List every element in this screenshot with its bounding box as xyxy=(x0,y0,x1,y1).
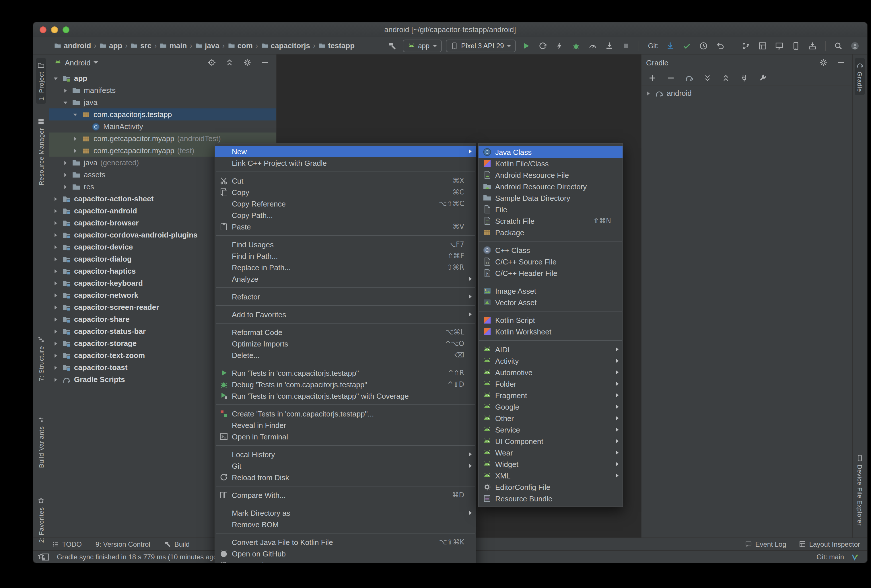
menu-item-paste[interactable]: Paste⌘V xyxy=(215,221,476,232)
update-project-icon[interactable] xyxy=(664,39,676,52)
tree-item-com-capacitorjs-testapp[interactable]: com.capacitorjs.testapp xyxy=(49,108,276,120)
new-menu-item-resource-bundle[interactable]: Resource Bundle xyxy=(479,493,623,504)
new-menu-item-c-class[interactable]: CC++ Class xyxy=(479,244,623,256)
menu-item-delete[interactable]: Delete...⌫ xyxy=(215,349,476,361)
breadcrumb-main[interactable]: main xyxy=(160,41,187,50)
new-menu-item-activity[interactable]: Activity xyxy=(479,355,623,367)
breadcrumb-java[interactable]: java xyxy=(195,41,220,50)
hide-panel-icon[interactable] xyxy=(259,56,271,69)
menu-item-refactor[interactable]: Refactor xyxy=(215,291,476,302)
new-menu-item-sample-data-directory[interactable]: Sample Data Directory xyxy=(479,192,623,203)
menu-item-run-tests-in-com-capacitorjs-testapp-with-covera[interactable]: Run 'Tests in 'com.capacitorjs.testapp''… xyxy=(215,390,476,402)
tree-item-java[interactable]: java xyxy=(49,96,276,108)
new-menu-item-kotlin-script[interactable]: Kotlin Script xyxy=(479,314,623,326)
wrench-icon[interactable] xyxy=(756,72,769,84)
menu-item-optimize-imports[interactable]: Optimize Imports^⌥O xyxy=(215,338,476,349)
menu-item-remove-bom[interactable]: Remove BOM xyxy=(215,519,476,530)
menu-item-reload-from-disk[interactable]: Reload from Disk xyxy=(215,471,476,483)
hide-panel-icon[interactable] xyxy=(835,56,847,69)
avatar-icon[interactable] xyxy=(849,39,861,52)
new-menu-item-java-class[interactable]: CJava Class xyxy=(479,146,623,158)
new-menu-item-package[interactable]: Package xyxy=(479,227,623,238)
tool-window-tab-gradle[interactable]: Gradle xyxy=(855,58,865,96)
commit-icon[interactable] xyxy=(681,39,693,52)
tree-item-mainactivity[interactable]: CMainActivity xyxy=(49,120,276,133)
collapse-all-icon[interactable] xyxy=(720,72,732,84)
menu-item-analyze[interactable]: Analyze xyxy=(215,273,476,284)
expand-all-icon[interactable] xyxy=(701,72,714,84)
new-menu-item-google[interactable]: Google xyxy=(479,401,623,413)
new-menu-item-service[interactable]: Service xyxy=(479,424,623,435)
new-menu-item-c-c-header-file[interactable]: hC/C++ Header File xyxy=(479,267,623,279)
new-menu-item-folder[interactable]: Folder xyxy=(479,378,623,389)
bottom-tab-layout-inspector[interactable]: Layout Inspector xyxy=(799,540,860,548)
project-view-selector[interactable]: Android xyxy=(65,58,91,67)
zoom-window-button[interactable] xyxy=(63,26,69,33)
run-config-selector[interactable]: app xyxy=(403,39,441,52)
breadcrumb-app[interactable]: app xyxy=(99,41,122,50)
menu-item-find-in-path[interactable]: Find in Path...⇧⌘F xyxy=(215,250,476,262)
menu-item-cut[interactable]: Cut⌘X xyxy=(215,175,476,186)
gear-icon[interactable] xyxy=(241,56,254,69)
profiler-icon[interactable] xyxy=(587,39,599,52)
favorites-star[interactable] xyxy=(37,552,45,562)
menu-item-create-gist[interactable]: Create Gist... xyxy=(215,559,476,563)
minus-icon[interactable] xyxy=(664,72,677,84)
menu-item-new[interactable]: New xyxy=(215,146,476,157)
rerun-icon[interactable] xyxy=(537,39,549,52)
gear-icon[interactable] xyxy=(817,56,830,69)
titlebar[interactable]: android [~/git/capacitor-testapp/android… xyxy=(33,22,867,37)
new-menu-item-wear[interactable]: Wear xyxy=(479,447,623,458)
breadcrumb-testapp[interactable]: testapp xyxy=(319,41,355,50)
close-window-button[interactable] xyxy=(40,26,46,33)
tool-window-tab-7-structure[interactable]: 7: Structure xyxy=(36,332,46,385)
tool-window-tab-2-favorites[interactable]: 2: Favorites xyxy=(36,493,46,546)
new-menu-item-xml[interactable]: XML xyxy=(479,470,623,481)
gradle-sync-icon[interactable] xyxy=(683,72,696,84)
tool-window-tab-resource-manager[interactable]: Resource Manager xyxy=(36,114,46,189)
tool-window-tab-1-project[interactable]: 1: Project xyxy=(36,58,46,104)
tree-item-app[interactable]: app xyxy=(49,72,276,84)
avd-manager-icon[interactable] xyxy=(790,39,802,52)
tree-item-manifests[interactable]: manifests xyxy=(49,84,276,96)
bottom-tab-build[interactable]: Build xyxy=(164,540,190,548)
menu-item-copy[interactable]: Copy⌘C xyxy=(215,186,476,198)
apply-changes-icon[interactable] xyxy=(554,39,566,52)
update-indicator-icon[interactable] xyxy=(849,551,861,563)
menu-item-open-on-github[interactable]: Open on GitHub xyxy=(215,548,476,559)
new-menu-item-android-resource-directory[interactable]: Android Resource Directory xyxy=(479,181,623,192)
new-menu-item-kotlin-file-class[interactable]: Kotlin File/Class xyxy=(479,158,623,169)
new-menu-item-file[interactable]: File xyxy=(479,203,623,215)
collapse-all-icon[interactable] xyxy=(223,56,236,69)
menu-item-local-history[interactable]: Local History xyxy=(215,449,476,460)
plus-icon[interactable] xyxy=(646,72,659,84)
bottom-tab-todo[interactable]: TODO xyxy=(52,540,82,548)
breadcrumb-android[interactable]: android xyxy=(54,41,91,50)
locate-target-icon[interactable] xyxy=(205,56,218,69)
menu-item-run-tests-in-com-capacitorjs-testapp[interactable]: Run 'Tests in 'com.capacitorjs.testapp''… xyxy=(215,367,476,379)
menu-item-copy-reference[interactable]: Copy Reference⌥⇧⌘C xyxy=(215,198,476,209)
new-menu-item-android-resource-file[interactable]: Android Resource File xyxy=(479,169,623,181)
search-everywhere-icon[interactable] xyxy=(832,39,845,52)
rollback-icon[interactable] xyxy=(714,39,726,52)
menu-item-open-in-terminal[interactable]: Open in Terminal xyxy=(215,431,476,442)
menu-item-reveal-in-finder[interactable]: Reveal in Finder xyxy=(215,419,476,431)
git-branches-icon[interactable] xyxy=(739,39,752,52)
git-branch-widget[interactable]: Git: main xyxy=(817,553,844,561)
new-menu-item-ui-component[interactable]: UI Component xyxy=(479,435,623,447)
new-menu-item-aidl[interactable]: AIDL xyxy=(479,344,623,355)
sdk-manager-icon[interactable] xyxy=(806,39,819,52)
new-menu-item-automotive[interactable]: Automotive xyxy=(479,367,623,378)
new-menu-item-scratch-file[interactable]: Scratch File⇧⌘N xyxy=(479,215,623,227)
device-selector[interactable]: Pixel 3 API 29 xyxy=(446,39,516,52)
attach-debugger-icon[interactable] xyxy=(603,39,616,52)
bottom-tab-event-log[interactable]: Event Log xyxy=(745,540,786,548)
menu-item-create-tests-in-com-capacitorjs-testapp[interactable]: Create 'Tests in 'com.capacitorjs.testap… xyxy=(215,408,476,419)
breadcrumb-com[interactable]: com xyxy=(227,41,253,50)
breadcrumb-src[interactable]: src xyxy=(130,41,151,50)
new-menu-item-other[interactable]: Other xyxy=(479,413,623,424)
menu-item-add-to-favorites[interactable]: Add to Favorites xyxy=(215,309,476,320)
new-menu-item-widget[interactable]: Widget xyxy=(479,458,623,470)
new-menu-item-fragment[interactable]: Fragment xyxy=(479,389,623,401)
debug-icon[interactable] xyxy=(570,39,583,52)
